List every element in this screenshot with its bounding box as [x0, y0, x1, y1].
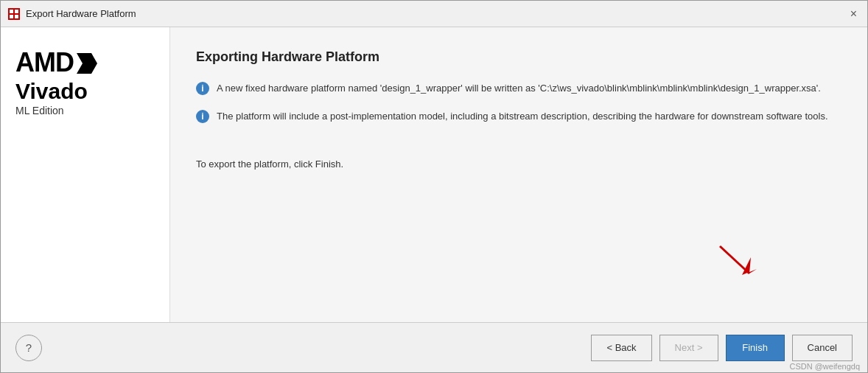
info-block-1: i A new fixed hardware platform named 'd…: [196, 81, 841, 96]
bottom-bar: ? < Back Next > Finish Cancel CSDN @weif…: [1, 322, 867, 372]
help-button[interactable]: ?: [15, 335, 42, 361]
amd-arrow-icon: [75, 52, 97, 74]
svg-rect-3: [10, 15, 13, 18]
title-bar: Export Hardware Platform ×: [1, 1, 867, 27]
button-group: < Back Next > Finish Cancel: [591, 335, 853, 361]
app-icon: [8, 8, 20, 20]
export-instruction: To export the platform, click Finish.: [196, 158, 841, 170]
amd-brand-text: AMD: [15, 49, 74, 76]
amd-logo: AMD: [15, 49, 97, 76]
next-button[interactable]: Next >: [659, 335, 718, 361]
close-button[interactable]: ×: [847, 7, 860, 21]
finish-button[interactable]: Finish: [726, 335, 785, 361]
back-button[interactable]: < Back: [591, 335, 651, 361]
svg-line-6: [720, 246, 749, 273]
info-icon-2: i: [196, 110, 209, 123]
title-bar-left: Export Hardware Platform: [8, 8, 136, 20]
window-title: Export Hardware Platform: [26, 8, 136, 19]
arrow-annotation: [713, 243, 757, 282]
svg-rect-2: [15, 10, 18, 13]
cancel-button[interactable]: Cancel: [792, 335, 853, 361]
info-text-2: The platform will include a post-impleme…: [217, 109, 828, 124]
svg-marker-7: [742, 257, 757, 275]
watermark: CSDN @weifengdq: [789, 362, 860, 371]
sidebar: AMD Vivado ML Edition: [1, 27, 170, 322]
svg-marker-5: [77, 53, 97, 74]
info-icon-1: i: [196, 82, 209, 95]
info-text-1: A new fixed hardware platform named 'des…: [217, 81, 821, 96]
vivado-brand-text: Vivado: [15, 79, 88, 103]
svg-rect-4: [15, 15, 18, 18]
info-block-2: i The platform will include a post-imple…: [196, 109, 841, 124]
content-area: AMD Vivado ML Edition Exporting Hardware…: [1, 27, 867, 322]
main-panel: Exporting Hardware Platform i A new fixe…: [170, 27, 867, 322]
panel-title: Exporting Hardware Platform: [196, 49, 841, 65]
svg-rect-1: [10, 10, 13, 13]
main-window: Export Hardware Platform × AMD Vivado ML…: [0, 0, 868, 373]
ml-edition-text: ML Edition: [15, 105, 64, 116]
